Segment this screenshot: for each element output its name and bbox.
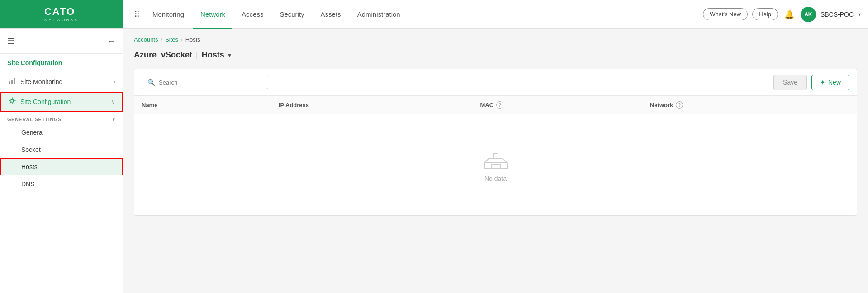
nav-item-access[interactable]: Access xyxy=(234,0,270,29)
avatar[interactable]: AK xyxy=(801,7,816,22)
search-box[interactable]: 🔍 xyxy=(142,76,268,89)
logo-area: CATO NETWORKS xyxy=(0,0,123,28)
network-info-icon[interactable]: ? xyxy=(676,101,683,109)
no-data-container: No data xyxy=(142,120,849,209)
section-collapse-icon[interactable]: ∨ xyxy=(112,116,116,122)
save-button[interactable]: Save xyxy=(773,75,807,90)
new-button-icon: ✦ xyxy=(820,79,825,86)
general-settings-section: GENERAL SETTINGS ∨ xyxy=(0,112,123,124)
breadcrumb: Accounts / Sites / Hosts xyxy=(134,36,857,43)
sidebar-item-site-monitoring[interactable]: Site Monitoring › xyxy=(0,72,123,92)
table-container: 🔍 Save ✦ New xyxy=(134,69,857,216)
site-configuration-icon xyxy=(9,97,16,106)
new-button[interactable]: ✦ New xyxy=(811,75,849,90)
logo-sub: NETWORKS xyxy=(44,18,79,22)
no-data-text: No data xyxy=(484,175,507,182)
account-name[interactable]: SBCS-POC xyxy=(821,11,854,18)
site-configuration-arrow-icon: ∨ xyxy=(111,99,115,105)
account-dropdown-icon[interactable]: ▾ xyxy=(858,11,861,18)
nav-item-monitoring[interactable]: Monitoring xyxy=(145,0,191,29)
page-dropdown-icon[interactable]: ▾ xyxy=(228,52,231,59)
whats-new-button[interactable]: What's New xyxy=(703,8,748,20)
page-title-separator: | xyxy=(196,50,198,60)
col-header-network: Network ? xyxy=(643,96,857,114)
sidebar-item-site-configuration-label: Site Configuration xyxy=(20,98,71,105)
no-data-icon xyxy=(482,147,509,170)
svg-rect-1 xyxy=(11,80,13,84)
new-button-label: New xyxy=(828,79,841,86)
site-monitoring-icon xyxy=(9,77,16,86)
logo-text: CATO xyxy=(44,7,79,17)
nav-item-administration[interactable]: Administration xyxy=(350,0,408,29)
help-button[interactable]: Help xyxy=(752,8,778,20)
svg-rect-0 xyxy=(9,81,10,84)
content-area: Accounts / Sites / Hosts Azure_vSocket |… xyxy=(123,29,868,293)
col-header-name: Name xyxy=(134,96,271,114)
sidebar-sub-item-socket[interactable]: Socket xyxy=(0,141,123,158)
data-table: Name IP Address MAC ? xyxy=(134,96,857,215)
col-header-mac: MAC ? xyxy=(473,96,643,114)
search-input[interactable] xyxy=(159,79,262,86)
back-icon[interactable]: ← xyxy=(107,37,115,46)
page-subtitle: Hosts xyxy=(202,50,224,60)
mac-info-icon[interactable]: ? xyxy=(496,101,503,109)
sidebar-sub-item-hosts[interactable]: Hosts xyxy=(0,158,123,175)
nav-right: What's New Help 🔔 AK SBCS-POC ▾ xyxy=(703,7,868,22)
toolbar-right: Save ✦ New xyxy=(773,75,849,90)
nav-items: ⠿ Monitoring Network Access Security Ass… xyxy=(123,0,703,28)
site-monitoring-arrow-icon: › xyxy=(114,79,115,85)
breadcrumb-hosts: Hosts xyxy=(185,36,200,43)
top-navigation: CATO NETWORKS ⠿ Monitoring Network Acces… xyxy=(0,0,868,29)
sidebar-item-site-configuration[interactable]: Site Configuration ∨ xyxy=(0,92,123,112)
sidebar-top-bar: ☰ ← xyxy=(0,29,123,54)
search-icon: 🔍 xyxy=(147,79,155,86)
no-data-row: No data xyxy=(134,114,857,215)
sidebar-sub-item-general[interactable]: General xyxy=(0,124,123,141)
breadcrumb-accounts[interactable]: Accounts xyxy=(134,36,158,43)
col-header-ip: IP Address xyxy=(271,96,473,114)
sidebar-item-site-monitoring-label: Site Monitoring xyxy=(20,78,62,85)
svg-point-3 xyxy=(11,99,14,102)
page-title: Azure_vSocket xyxy=(134,50,192,60)
sidebar-title: Site Configuration xyxy=(0,54,123,72)
hamburger-icon[interactable]: ☰ xyxy=(7,36,14,46)
nav-item-security[interactable]: Security xyxy=(272,0,311,29)
sidebar-sub-item-dns[interactable]: DNS xyxy=(0,175,123,193)
sidebar: ☰ ← Site Configuration Site Monitoring › xyxy=(0,29,123,293)
nav-item-assets[interactable]: Assets xyxy=(313,0,348,29)
breadcrumb-sites[interactable]: Sites xyxy=(165,36,178,43)
no-data-cell: No data xyxy=(134,114,857,215)
main-layout: ☰ ← Site Configuration Site Monitoring › xyxy=(0,29,868,293)
svg-rect-2 xyxy=(14,78,15,84)
notification-bell-icon[interactable]: 🔔 xyxy=(783,8,796,21)
table-header-row: Name IP Address MAC ? xyxy=(134,96,857,114)
page-header: Azure_vSocket | Hosts ▾ xyxy=(134,50,857,60)
breadcrumb-sep-1: / xyxy=(161,36,162,43)
content-inner: Accounts / Sites / Hosts Azure_vSocket |… xyxy=(123,29,868,223)
table-toolbar: 🔍 Save ✦ New xyxy=(134,69,857,96)
grid-icon[interactable]: ⠿ xyxy=(130,8,143,21)
nav-item-network[interactable]: Network xyxy=(193,0,232,29)
breadcrumb-sep-2: / xyxy=(181,36,183,43)
